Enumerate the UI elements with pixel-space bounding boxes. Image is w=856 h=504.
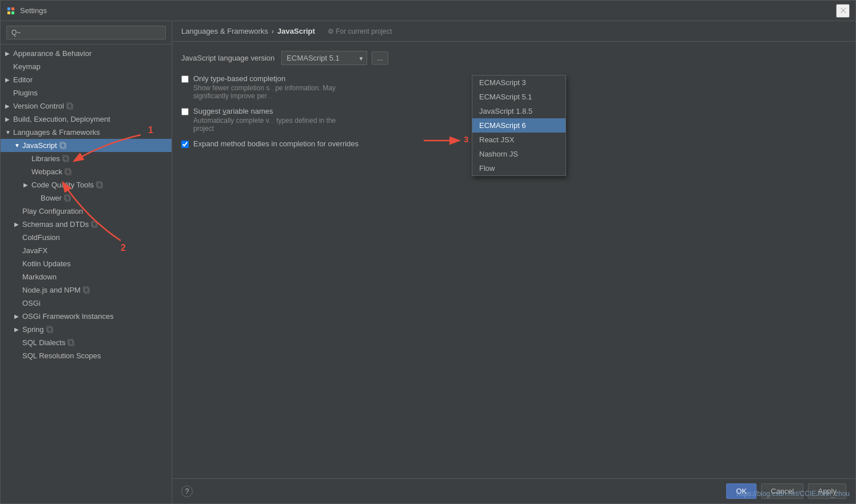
main-content: ▶ Appearance & Behavior Keymap ▶ Editor … <box>1 21 855 503</box>
arrow-icon: ▶ <box>5 50 13 57</box>
arrow-icon: ▶ <box>5 116 13 122</box>
option-suggest-label: Suggest variable names <box>193 107 336 115</box>
svg-rect-23 <box>68 339 73 345</box>
version-select[interactable]: ECMAScript 5.1 <box>281 51 367 65</box>
copy-icon-spring <box>46 326 54 334</box>
help-button[interactable]: ? <box>181 486 193 497</box>
dropdown-item-es6[interactable]: ECMAScript 6 <box>472 118 566 133</box>
svg-rect-17 <box>91 221 96 226</box>
copy-icon <box>66 102 74 110</box>
apply-button[interactable]: Apply <box>808 483 846 499</box>
dropdown-menu: ECMAScript 3 ECMAScript 5.1 JavaScript 1… <box>472 75 566 176</box>
sidebar-item-spring[interactable]: ▶ Spring <box>1 323 172 336</box>
sidebar-item-label: Node.js and NPM <box>22 286 81 294</box>
option-type-completion-text: Only type-based completion Show fewer co… <box>193 74 336 100</box>
svg-rect-11 <box>65 169 70 174</box>
svg-rect-6 <box>61 143 66 149</box>
dropdown-item-nashorn[interactable]: Nashorn JS <box>472 147 566 161</box>
sidebar-item-javascript[interactable]: ▼ JavaScript <box>1 139 172 152</box>
sidebar-item-label: SQL Dialects <box>22 338 65 347</box>
sidebar-item-keymap[interactable]: Keymap <box>1 60 172 73</box>
svg-rect-12 <box>98 183 102 188</box>
sidebar-item-kotlin[interactable]: Kotlin Updates <box>1 257 172 270</box>
sidebar-item-label: Plugins <box>13 89 38 97</box>
footer-left: ? <box>181 486 193 497</box>
sidebar-item-osgi[interactable]: OSGi <box>1 297 172 310</box>
sidebar-item-label: Markdown <box>22 273 57 281</box>
sidebar-item-play-config[interactable]: Play Configuration <box>1 205 172 218</box>
svg-rect-21 <box>47 326 51 331</box>
sidebar-item-code-quality[interactable]: ▶ Code Quality Tools <box>1 178 172 191</box>
copy-icon-bower <box>64 194 72 202</box>
sidebar-item-label: Languages & Frameworks <box>13 128 100 137</box>
sidebar-item-label: Schemas and DTDs <box>22 220 89 229</box>
svg-rect-19 <box>83 287 88 292</box>
sidebar-item-languages[interactable]: ▼ Languages & Frameworks <box>1 126 172 139</box>
dropdown-item-flow[interactable]: Flow <box>472 161 566 175</box>
breadcrumb-part2: JavaScript <box>277 27 315 35</box>
dropdown-item-es3[interactable]: ECMAScript 3 <box>472 75 566 90</box>
copy-icon-js <box>59 142 67 150</box>
arrow-icon: ▶ <box>5 77 13 83</box>
sidebar-item-coldfusion[interactable]: ColdFusion <box>1 231 172 244</box>
sidebar-item-label: Libraries <box>31 154 60 163</box>
sidebar-item-libraries[interactable]: Libraries <box>1 152 172 165</box>
option-type-desc: Show fewer completion s...pe information… <box>193 84 336 100</box>
version-label: JavaScript language version <box>181 54 274 62</box>
svg-rect-5 <box>67 103 71 108</box>
sidebar-item-sql-dialects[interactable]: SQL Dialects <box>1 336 172 349</box>
sidebar-item-markdown[interactable]: Markdown <box>1 270 172 283</box>
sidebar-item-nodejs[interactable]: Node.js and NPM <box>1 283 172 297</box>
sidebar-item-bower[interactable]: Bower <box>1 191 172 205</box>
search-input[interactable] <box>6 26 166 39</box>
sidebar-item-osgi-framework[interactable]: ▶ OSGi Framework Instances <box>1 310 172 323</box>
version-select-wrapper: ECMAScript 5.1 ▼ <box>281 51 367 65</box>
svg-rect-8 <box>64 157 69 162</box>
sidebar-item-build[interactable]: ▶ Build, Execution, Deployment <box>1 113 172 126</box>
copy-icon-nodejs <box>83 286 91 294</box>
checkbox-type-completion[interactable] <box>181 75 189 83</box>
sidebar-item-version-control[interactable]: ▶ Version Control <box>1 99 172 113</box>
sidebar-item-javafx[interactable]: JavaFX <box>1 244 172 257</box>
svg-rect-9 <box>63 155 67 161</box>
sidebar-item-editor[interactable]: ▶ Editor <box>1 73 172 86</box>
dropdown-item-react[interactable]: React JSX <box>472 133 566 147</box>
sidebar-item-plugins[interactable]: Plugins <box>1 86 172 99</box>
svg-rect-3 <box>11 11 14 14</box>
sidebar-item-label: Build, Execution, Deployment <box>13 115 110 123</box>
breadcrumb-part1: Languages & Frameworks <box>181 27 268 35</box>
svg-rect-14 <box>66 196 70 201</box>
arrow-icon: ▶ <box>23 182 31 188</box>
search-box <box>1 21 172 45</box>
svg-rect-13 <box>97 182 101 187</box>
copy-icon-cq <box>96 181 104 189</box>
sidebar-item-label: Bower <box>41 194 62 202</box>
cancel-button[interactable]: Cancel <box>761 483 803 499</box>
svg-rect-20 <box>48 327 53 333</box>
ok-button[interactable]: OK <box>726 483 757 499</box>
arrow-icon: ▼ <box>14 142 22 149</box>
panel-content: JavaScript language version ECMAScript 5… <box>172 42 855 478</box>
svg-rect-18 <box>85 288 89 293</box>
sidebar-item-label: Play Configuration <box>22 207 83 215</box>
sidebar-item-label: SQL Resolution Scopes <box>22 351 101 360</box>
copy-icon-schema <box>91 221 99 229</box>
sidebar-item-sql-resolution[interactable]: SQL Resolution Scopes <box>1 349 172 362</box>
sidebar-item-schemas[interactable]: ▶ Schemas and DTDs <box>1 218 172 231</box>
dropdown-item-js185[interactable]: JavaScript 1.8.5 <box>472 104 566 118</box>
arrow-icon: ▶ <box>14 326 22 333</box>
arrow-icon: ▶ <box>14 313 22 319</box>
sidebar-item-webpack[interactable]: Webpack <box>1 165 172 178</box>
option-type-label: Only type-based completion <box>193 74 336 83</box>
checkbox-suggest-vars[interactable] <box>181 108 189 115</box>
checkbox-expand[interactable] <box>181 141 189 148</box>
svg-rect-2 <box>7 11 10 14</box>
breadcrumb-bar: Languages & Frameworks › JavaScript ⚙ Fo… <box>172 21 855 42</box>
main-panel: Languages & Frameworks › JavaScript ⚙ Fo… <box>172 21 855 503</box>
ellipsis-button[interactable]: ... <box>372 51 388 65</box>
dropdown-item-es5[interactable]: ECMAScript 5.1 <box>472 90 566 104</box>
sidebar-item-appearance[interactable]: ▶ Appearance & Behavior <box>1 47 172 60</box>
svg-rect-4 <box>68 104 73 109</box>
close-button[interactable]: ✕ <box>836 4 850 18</box>
sidebar-item-label: Version Control <box>13 102 64 110</box>
